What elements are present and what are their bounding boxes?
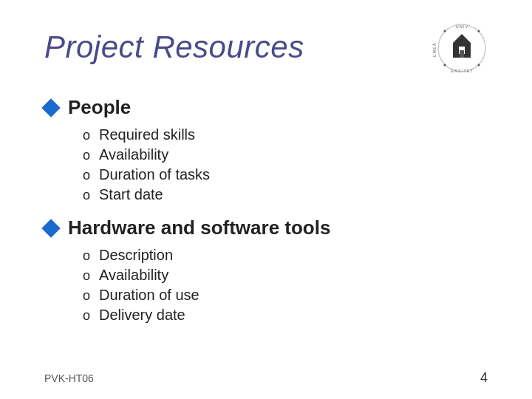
footer-label: PVK-HT06: [44, 372, 94, 384]
svg-text:E R S I T E T: E R S I T E T: [451, 69, 472, 73]
list-item: o Delivery date: [83, 307, 488, 324]
slide-number: 4: [480, 370, 488, 386]
slide-footer: PVK-HT06 4: [44, 370, 488, 386]
list-item: o Description: [83, 247, 488, 264]
list-item: o Start date: [83, 186, 488, 203]
list-item: o Duration of use: [83, 287, 488, 304]
people-list: o Required skills o Availability o Durat…: [83, 126, 488, 203]
slide-header: Project Resources U N I V E R S I T E T …: [44, 22, 488, 81]
svg-rect-4: [460, 50, 464, 58]
bullet-icon: o: [83, 129, 90, 142]
slide-content: People o Required skills o Availability …: [44, 96, 488, 324]
slide-title: Project Resources: [44, 22, 304, 65]
svg-point-8: [444, 30, 446, 33]
hardware-section: Hardware and software tools o Descriptio…: [44, 216, 488, 324]
svg-point-9: [478, 30, 480, 33]
list-item: o Availability: [83, 267, 488, 284]
bullet-icon: o: [83, 269, 90, 282]
bullet-icon: o: [83, 188, 90, 202]
list-item: o Required skills: [83, 126, 488, 143]
hardware-list: o Description o Availability o Duration …: [83, 247, 488, 324]
people-section: People o Required skills o Availability …: [44, 96, 488, 203]
slide: Project Resources U N I V E R S I T E T …: [0, 0, 532, 399]
people-section-title: People: [44, 96, 488, 119]
bullet-icon: o: [83, 289, 90, 302]
bullet-icon: o: [83, 309, 90, 322]
hardware-diamond-icon: [41, 219, 60, 237]
university-logo: U N I V E R S I T E T U M E Å: [421, 22, 488, 81]
svg-marker-2: [453, 34, 471, 43]
hardware-section-title: Hardware and software tools: [44, 216, 488, 239]
bullet-icon: o: [83, 249, 90, 262]
bullet-icon: o: [83, 149, 90, 162]
people-diamond-icon: [41, 98, 60, 117]
svg-text:U N I V: U N I V: [456, 24, 468, 29]
svg-text:U M E Å: U M E Å: [432, 43, 437, 57]
svg-point-10: [478, 64, 480, 66]
svg-point-11: [444, 64, 446, 66]
bullet-icon: o: [83, 168, 90, 182]
list-item: o Duration of tasks: [83, 166, 488, 183]
list-item: o Availability: [83, 146, 488, 163]
